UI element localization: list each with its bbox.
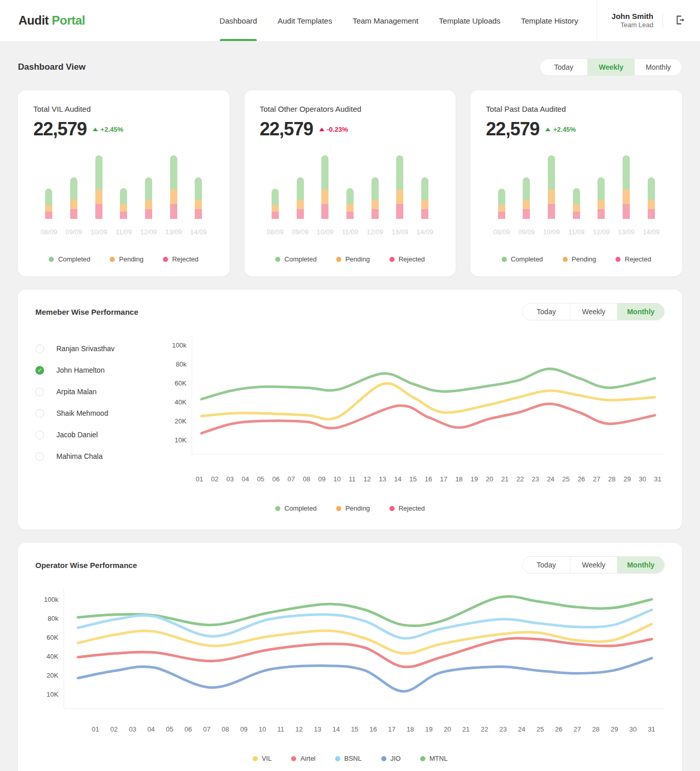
bar-segment-completed <box>498 189 505 205</box>
member-chart-legend: CompletedPendingRejected <box>35 504 665 512</box>
legend-label: JIO <box>390 755 401 762</box>
logo-part-audit: Audit <box>18 13 49 27</box>
toggle-option-weekly[interactable]: Weekly <box>570 303 617 320</box>
toggle-option-today[interactable]: Today <box>540 59 587 75</box>
mini-bar-column: 13/09 <box>387 153 413 236</box>
toggle-option-weekly[interactable]: Weekly <box>570 557 617 573</box>
x-tick-label: 03 <box>227 475 234 483</box>
nav-item-team-management[interactable]: Team Management <box>353 0 418 41</box>
stacked-bar <box>145 177 152 219</box>
nav-item-dashboard[interactable]: Dashboard <box>219 0 257 41</box>
mini-bar-column: 09/09 <box>61 153 87 236</box>
bar-segment-pending <box>523 200 530 209</box>
user-divider <box>663 13 663 28</box>
member-selected-check-icon[interactable]: ✓ <box>35 366 44 375</box>
bar-segment-pending <box>421 200 428 209</box>
bar-segment-pending <box>321 190 328 204</box>
member-radio[interactable] <box>35 452 44 461</box>
toggle-option-monthly[interactable]: Monthly <box>617 557 664 573</box>
stat-card-title: Total Other Operators Audited <box>260 105 441 113</box>
toggle-option-today[interactable]: Today <box>523 557 570 573</box>
line-series-rejected <box>201 404 655 433</box>
x-tick-label: 21 <box>462 725 469 733</box>
bar-date-label: 08/09 <box>267 228 284 236</box>
nav-item-audit-templates[interactable]: Audit Templates <box>278 0 332 41</box>
x-tick-label: 20 <box>486 475 493 483</box>
stacked-bar <box>321 155 328 219</box>
stacked-bar <box>598 177 605 219</box>
nav-item-label: Template History <box>521 16 579 25</box>
toggle-option-monthly[interactable]: Monthly <box>634 59 682 75</box>
delta-value: -0.23% <box>327 126 348 133</box>
legend-label: VIL <box>262 755 272 762</box>
bar-segment-rejected <box>95 204 102 219</box>
stacked-bar <box>195 177 202 219</box>
logout-button[interactable] <box>672 12 688 29</box>
x-tick-label: 14 <box>394 475 401 483</box>
mini-bar-zone <box>372 153 379 219</box>
member-row[interactable]: ✓John Hamelton <box>35 359 163 381</box>
legend-dot-pending-icon <box>563 257 568 262</box>
bar-segment-pending <box>195 200 202 209</box>
legend-label: Completed <box>284 504 317 512</box>
member-list: Ranjan Srivasthav✓John HameltonArpita Ma… <box>35 335 163 467</box>
mini-bar-column: 14/09 <box>413 153 438 236</box>
nav-item-template-history[interactable]: Template History <box>521 0 579 41</box>
x-tick-label: 22 <box>517 475 524 483</box>
member-radio[interactable] <box>35 388 44 396</box>
app-header: Audit Portal DashboardAudit TemplatesTea… <box>0 0 700 41</box>
mini-bar-zone <box>170 153 177 219</box>
member-row[interactable]: Arpita Malan <box>35 381 163 402</box>
member-chart-y-axis: 100k80k60K40K20K10K <box>163 335 192 463</box>
legend-item-completed: Completed <box>49 255 90 263</box>
toggle-option-today[interactable]: Today <box>523 303 570 320</box>
legend-item-pending: Pending <box>110 255 143 263</box>
mini-bar-zone <box>523 153 530 219</box>
stacked-bar <box>548 155 555 219</box>
nav-item-template-uploads[interactable]: Template Uploads <box>439 0 501 41</box>
legend-dot-pending-icon <box>336 506 341 511</box>
member-section-title: Memeber Wise Performance <box>35 308 138 316</box>
legend-item-rejected: Rejected <box>615 255 651 263</box>
legend-dot-rejected-icon <box>389 257 395 262</box>
member-radio[interactable] <box>35 431 44 439</box>
line-series-airtel <box>78 638 652 667</box>
bar-date-label: 09/09 <box>292 228 308 236</box>
legend-label: BSNL <box>344 755 362 762</box>
bar-segment-pending <box>498 205 505 212</box>
mini-bar-zone <box>598 153 605 219</box>
mini-bar-zone <box>648 153 655 219</box>
legend-item-rejected: Rejected <box>163 255 198 263</box>
mini-bar-column: 11/09 <box>111 153 136 236</box>
stat-card-value: 22,579 <box>33 118 87 140</box>
mini-bar-column: 12/09 <box>362 153 387 236</box>
legend-label: Pending <box>119 255 143 263</box>
member-name: Ranjan Srivasthav <box>56 344 115 353</box>
bar-date-label: 13/09 <box>392 228 408 236</box>
main-nav: DashboardAudit TemplatesTeam ManagementT… <box>219 0 578 41</box>
mini-bar-column: 10/09 <box>313 153 338 236</box>
bar-segment-completed <box>396 155 403 190</box>
legend-item-completed: Completed <box>275 255 317 263</box>
bar-segment-pending <box>648 200 655 209</box>
legend-label: Airtel <box>300 755 316 762</box>
toggle-option-weekly[interactable]: Weekly <box>587 59 634 75</box>
bar-segment-completed <box>623 155 630 190</box>
member-radio[interactable] <box>35 344 44 353</box>
toggle-option-monthly[interactable]: Monthly <box>617 303 664 320</box>
member-row[interactable]: Ranjan Srivasthav <box>35 338 163 359</box>
legend-dot-bsnl-icon <box>335 756 340 761</box>
legend-label: Pending <box>345 255 370 263</box>
member-row[interactable]: Shaik Mehmood <box>35 402 163 424</box>
delta-arrow-icon <box>545 128 550 131</box>
stat-card-delta: -0.23% <box>319 126 348 133</box>
mini-bar-column: 08/09 <box>263 153 288 236</box>
member-row[interactable]: Mahima Chala <box>35 445 163 467</box>
x-tick-label: 31 <box>654 475 661 483</box>
bar-segment-completed <box>120 188 127 204</box>
mini-stacked-bar-chart: 08/0909/0910/0911/0912/0913/0914/09 <box>33 153 214 236</box>
member-radio[interactable] <box>35 409 44 418</box>
bar-segment-rejected <box>523 209 530 219</box>
mini-bar-zone <box>573 153 580 219</box>
member-row[interactable]: Jacob Daniel <box>35 424 163 445</box>
